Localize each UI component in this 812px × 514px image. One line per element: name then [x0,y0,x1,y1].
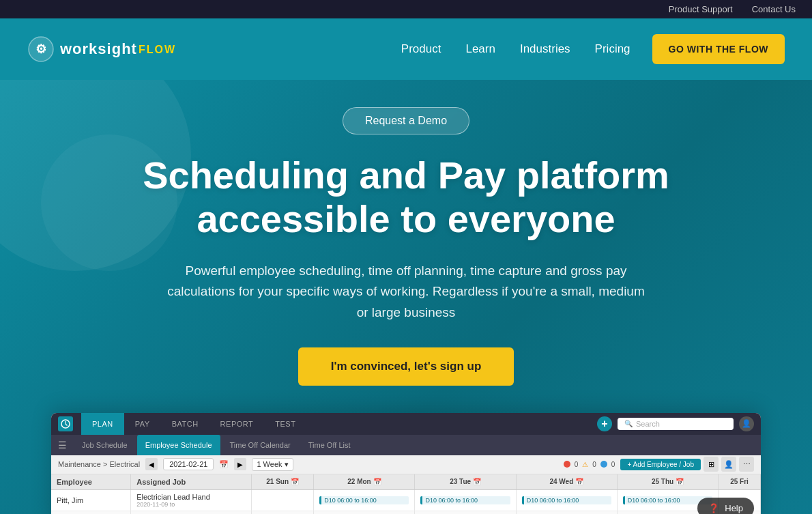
app-user-icon[interactable]: 👤 [739,416,754,431]
nav-pricing[interactable]: Pricing [595,42,630,56]
job-title-1: Electrician Lead Hand 2020-11-09 to [131,489,252,511]
job-title-2: Electrician [131,511,252,514]
status-dots: 0 ⚠ 0 0 [564,461,615,468]
nav-industries[interactable]: Industries [520,42,570,56]
hero-title: Scheduling and Pay platform accessible t… [133,154,679,242]
date-display: 2021-02-21 [163,458,214,470]
dot-blue [600,461,607,468]
shift-tue-1[interactable]: D10 06:00 to 16:00 [415,489,516,511]
request-demo-button[interactable]: Request a Demo [343,107,469,134]
navbar: ⚙ worksightFLOW Product Learn Industries… [0,18,812,80]
app-subtab-time-off-list[interactable]: Time Off List [300,435,359,455]
signup-button[interactable]: I'm convinced, let's sign up [298,347,514,386]
logo-text: worksightFLOW [60,40,176,58]
col-employee: Employee [51,474,131,490]
person-icon-button[interactable]: 👤 [721,457,736,472]
schedule-table: Employee Assigned Job 21 Sun 📅 22 Mon 📅 … [51,474,761,514]
app-nav-plan[interactable]: PLAN [81,413,124,435]
app-subtab-employee-schedule[interactable]: Employee Schedule [137,435,220,455]
col-thu: 25 Thu 📅 [617,474,718,490]
shift-sun-2 [251,511,314,514]
shift-tue-2[interactable]: D10 06:00 to 16:00 [415,511,516,514]
app-subtabs: ☰ Job Schedule Employee Schedule Time Of… [51,435,761,455]
hero-section: Request a Demo Scheduling and Pay platfo… [0,80,812,514]
go-with-flow-button[interactable]: GO WITH THE FLOW [652,34,785,64]
product-support-link[interactable]: Product Support [669,4,733,14]
hero-subtitle: Powerful employee scheduling, time off p… [160,261,652,323]
contact-us-link[interactable]: Contact Us [752,4,796,14]
col-fri: 25 Fri [719,474,761,490]
app-nav-pay[interactable]: PAY [124,413,161,435]
topbar: Product Support Contact Us [0,0,812,18]
logo-icon: ⚙ [27,35,55,63]
app-topbar: PLAN PAY BATCH REPORT TEST + 🔍 Search 👤 [51,413,761,435]
dot-blue-count: 0 [611,461,615,468]
shift-wed-1[interactable]: D10 06:00 to 16:00 [516,489,617,511]
logo[interactable]: ⚙ worksightFLOW [27,35,176,63]
action-buttons: + Add Employee / Job ⊞ 👤 ⋯ [620,457,754,472]
help-label: Help [725,503,743,513]
help-widget[interactable]: ❓ Help [697,498,754,514]
dot-red [564,461,570,468]
shift-wed-2[interactable]: D10 06:00 to 16:00 [516,511,617,514]
app-toolbar: Maintenance > Electrical ◀ 2021-02-21 📅 … [51,455,761,474]
app-search-area: + 🔍 Search 👤 [597,416,754,431]
calendar-icon[interactable]: 📅 [219,460,229,469]
app-nav-report[interactable]: REPORT [209,413,265,435]
dot-warning: ⚠ [582,461,588,468]
shift-mon-2[interactable]: D10 06:00 to 16:00 [314,511,415,514]
app-screenshot: PLAN PAY BATCH REPORT TEST + 🔍 Search 👤 … [51,413,761,514]
app-add-button[interactable]: + [597,416,612,431]
nav-arrow-right[interactable]: ▶ [234,458,246,470]
table-row: Clooney, Don Electrician D10 06:00 to 16… [51,511,761,514]
shift-mon-1[interactable]: D10 06:00 to 16:00 [314,489,415,511]
add-employee-job-button[interactable]: + Add Employee / Job [620,459,701,470]
hamburger-icon[interactable]: ☰ [58,440,67,451]
app-subtab-job-schedule[interactable]: Job Schedule [74,435,136,455]
col-sun: 21 Sun 📅 [251,474,314,490]
grid-icon-button[interactable]: ⊞ [704,457,719,472]
col-tue: 23 Tue 📅 [415,474,516,490]
dot-red-count: 0 [575,461,579,468]
dot-warning-count: 0 [592,461,596,468]
help-icon: ❓ [708,503,719,513]
employee-name-2: Clooney, Don [51,511,131,514]
col-wed: 24 Wed 📅 [516,474,617,490]
svg-text:⚙: ⚙ [35,42,46,56]
app-nav-batch[interactable]: BATCH [161,413,209,435]
breadcrumb-text: Maintenance > Electrical [58,460,140,468]
week-selector[interactable]: 1 Week ▾ [252,458,293,471]
app-nav-items: PLAN PAY BATCH REPORT TEST [81,413,306,435]
col-assigned-job: Assigned Job [131,474,252,490]
nav-learn[interactable]: Learn [465,42,495,56]
employee-name-1: Pitt, Jim [51,489,131,511]
nav-product[interactable]: Product [401,42,441,56]
app-subtab-time-off-calendar[interactable]: Time Off Calendar [222,435,299,455]
col-mon: 22 Mon 📅 [314,474,415,490]
nav-links: Product Learn Industries Pricing [401,42,630,56]
app-search-box[interactable]: 🔍 Search [618,418,734,430]
app-nav-test[interactable]: TEST [264,413,306,435]
shift-sun-1 [251,489,314,511]
app-logo-small [58,416,73,431]
nav-arrow-left[interactable]: ◀ [145,458,158,470]
table-row: Pitt, Jim Electrician Lead Hand 2020-11-… [51,489,761,511]
more-options-button[interactable]: ⋯ [739,457,754,472]
